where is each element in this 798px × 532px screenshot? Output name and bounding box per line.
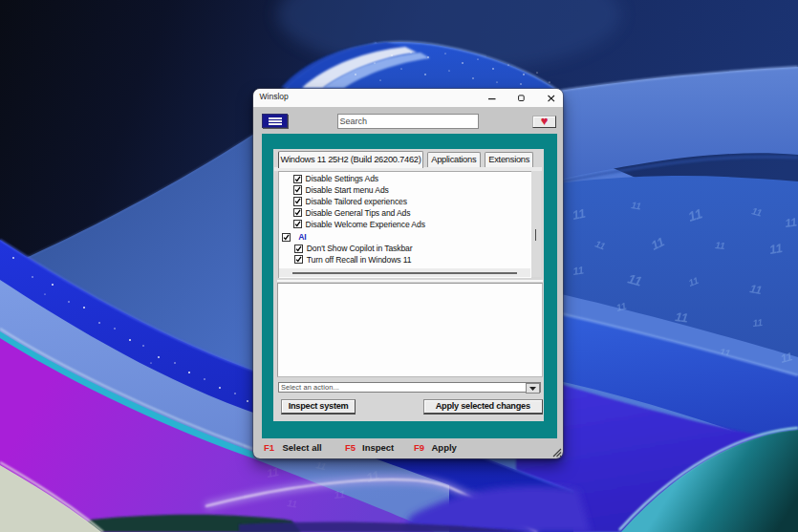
- svg-text:11: 11: [752, 317, 764, 329]
- svg-text:11: 11: [768, 241, 784, 257]
- svg-text:11: 11: [572, 265, 585, 277]
- svg-text:11: 11: [334, 488, 345, 500]
- svg-text:11: 11: [784, 215, 798, 230]
- svg-text:11: 11: [675, 309, 689, 325]
- svg-text:11: 11: [287, 498, 298, 509]
- svg-text:11: 11: [715, 240, 726, 251]
- svg-text:11: 11: [631, 200, 642, 211]
